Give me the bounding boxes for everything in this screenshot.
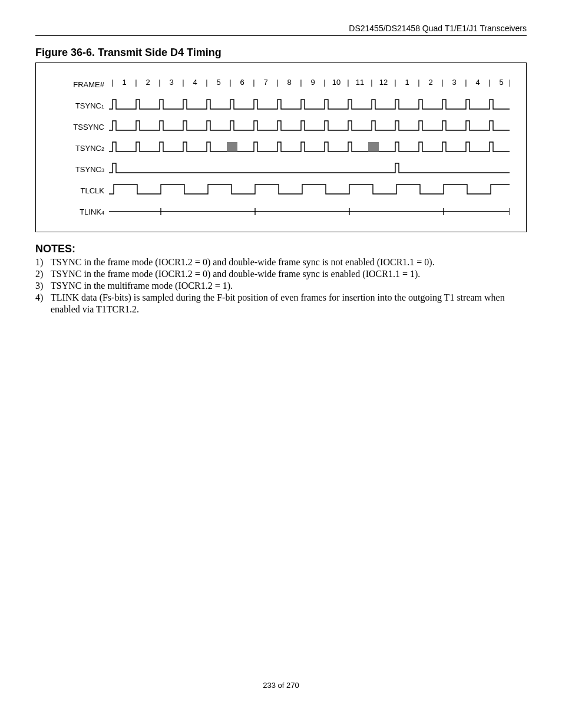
frame-num: 11 <box>356 78 364 87</box>
note-item: 3) TSYNC in the multiframe mode (IOCR1.2… <box>35 280 527 292</box>
frame-num: 9 <box>310 78 315 87</box>
waveform-tsync2 <box>109 140 518 156</box>
frame-num: 8 <box>287 78 291 87</box>
frame-num: 4 <box>193 78 197 87</box>
svg-text:|: | <box>508 78 510 87</box>
frame-num: 1 <box>405 78 409 87</box>
note-item: 4) TLINK data (Fs-bits) is sampled durin… <box>35 292 527 315</box>
note-item: 1) TSYNC in the frame mode (IOCR1.2 = 0)… <box>35 256 527 268</box>
doc-header: DS21455/DS21458 Quad T1/E1/J1 Transceive… <box>35 24 527 33</box>
waveform-tlclk <box>109 182 518 199</box>
svg-text:|: | <box>488 78 490 87</box>
frame-num: 6 <box>240 78 244 87</box>
svg-rect-19 <box>368 142 379 151</box>
signal-row-tssync: TSSYNC <box>44 118 518 135</box>
signal-label: TSYNC3 <box>44 165 109 174</box>
svg-text:|: | <box>441 78 443 87</box>
timing-diagram: FRAME# | 1 | 2 | 3 | 4 | 5 | 6 | 7 <box>35 62 527 232</box>
signal-label: TLINK4 <box>44 207 109 216</box>
header-rule <box>35 35 527 36</box>
frame-num: 5 <box>499 78 503 87</box>
signal-label: TSSYNC <box>44 123 109 131</box>
frame-num: 2 <box>428 78 432 87</box>
waveform-tlink4 <box>109 203 518 220</box>
svg-text:|: | <box>323 78 325 87</box>
signal-label: TLCLK <box>44 186 109 195</box>
notes-heading: NOTES: <box>35 243 527 255</box>
frame-row: FRAME# | 1 | 2 | 3 | 4 | 5 | 6 | 7 <box>44 76 518 93</box>
svg-text:|: | <box>465 78 467 87</box>
svg-text:|: | <box>135 78 137 87</box>
frame-num: 3 <box>169 78 173 87</box>
svg-text:|: | <box>276 78 278 87</box>
frame-label: FRAME# <box>44 80 109 89</box>
notes-list: 1) TSYNC in the frame mode (IOCR1.2 = 0)… <box>35 256 527 315</box>
waveform-tsync1 <box>109 97 518 114</box>
frame-num: 2 <box>146 78 150 87</box>
waveform-tssync <box>109 118 518 135</box>
svg-text:|: | <box>253 78 254 87</box>
signal-label: TSYNC2 <box>44 144 109 153</box>
frame-num: 7 <box>263 78 267 87</box>
svg-text:|: | <box>111 78 113 87</box>
signal-row-tsync2: TSYNC2 <box>44 140 518 156</box>
frame-num: 12 <box>379 78 388 87</box>
signal-row-tlclk: TLCLK <box>44 182 518 199</box>
waveform-tsync3 <box>109 161 518 177</box>
page-footer: 233 of 270 <box>35 681 527 690</box>
frame-num: 4 <box>475 78 480 87</box>
signal-row-tlink4: TLINK4 <box>44 203 518 220</box>
svg-rect-18 <box>227 142 237 151</box>
signal-row-tsync3: TSYNC3 <box>44 161 518 177</box>
svg-text:|: | <box>158 78 160 87</box>
frame-num: 5 <box>216 78 220 87</box>
note-item: 2) TSYNC in the frame mode (IOCR1.2 = 0)… <box>35 268 527 280</box>
svg-text:|: | <box>394 78 396 87</box>
frame-num: 1 <box>122 78 126 87</box>
svg-text:|: | <box>182 78 184 87</box>
svg-text:|: | <box>371 78 372 87</box>
figure-title: Figure 36-6. Transmit Side D4 Timing <box>35 47 527 59</box>
svg-text:|: | <box>300 78 302 87</box>
signal-row-tsync1: TSYNC1 <box>44 97 518 114</box>
frame-num: 10 <box>332 78 340 87</box>
svg-text:|: | <box>206 78 207 87</box>
signal-label: TSYNC1 <box>44 101 109 110</box>
svg-text:|: | <box>229 78 231 87</box>
frame-num: 3 <box>452 78 456 87</box>
svg-text:|: | <box>418 78 419 87</box>
svg-text:|: | <box>347 78 349 87</box>
frame-numbers: | 1 | 2 | 3 | 4 | 5 | 6 | 7 | 8 | <box>109 76 518 93</box>
